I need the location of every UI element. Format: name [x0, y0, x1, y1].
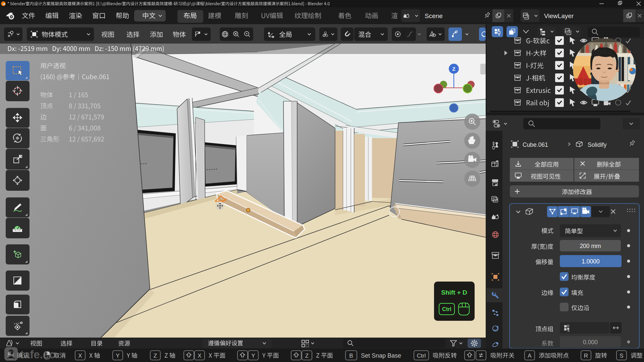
- svg-text:0.000: 0.000: [583, 339, 598, 346]
- svg-text:Cube.061: Cube.061: [523, 141, 548, 148]
- svg-text:200 mm: 200 mm: [580, 243, 601, 249]
- svg-text:Shift + D: Shift + D: [441, 289, 467, 296]
- svg-text:X: X: [198, 353, 201, 359]
- svg-text:Y: Y: [251, 353, 255, 359]
- svg-text:B: B: [349, 353, 353, 359]
- svg-text:Solidify: Solidify: [588, 141, 607, 148]
- svg-text:A: A: [528, 353, 532, 359]
- svg-text:Z: Z: [305, 353, 309, 359]
- svg-text:1.0000: 1.0000: [582, 258, 600, 265]
- svg-text:Scene: Scene: [425, 12, 443, 19]
- svg-text:Ctrl: Ctrl: [417, 353, 426, 359]
- svg-text:R: R: [584, 353, 588, 359]
- svg-text:ViewLayer: ViewLayer: [544, 12, 574, 19]
- svg-text:S: S: [620, 353, 623, 359]
- svg-text:Z: Z: [452, 66, 455, 72]
- svg-text:X: X: [78, 353, 82, 359]
- svg-text:Ctrl: Ctrl: [442, 306, 451, 312]
- svg-text:Y: Y: [116, 353, 119, 359]
- svg-text:tafe.cc: tafe.cc: [20, 348, 55, 361]
- svg-text:Set Snap Base: Set Snap Base: [361, 352, 401, 359]
- svg-text:Z: Z: [154, 353, 157, 359]
